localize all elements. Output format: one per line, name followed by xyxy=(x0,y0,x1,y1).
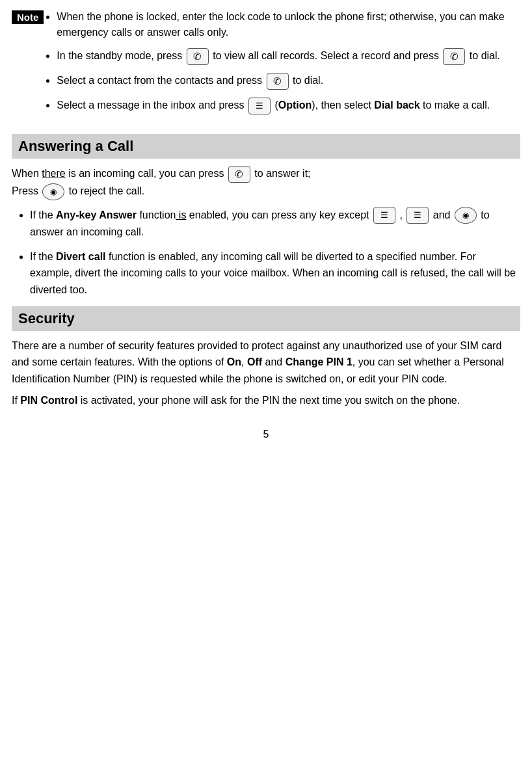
answering-intro-text-4: to reject the call. xyxy=(69,185,145,196)
bullet1-text1: If the xyxy=(30,209,56,220)
note-text-2a: In the standby mode, press xyxy=(57,50,185,61)
answering-bullet-2: If the Divert call function is enabled, … xyxy=(30,248,520,299)
bullet1-text2: function is enabled, you can press any k… xyxy=(137,209,372,220)
answering-bullets: If the Any-key Answer function is enable… xyxy=(12,207,520,299)
call-icon-2: ✆ xyxy=(443,48,465,65)
answering-header: Answering a Call xyxy=(12,134,520,159)
note-badge: Note xyxy=(12,10,44,24)
answering-bullet-1: If the Any-key Answer function is enable… xyxy=(30,207,520,241)
page-number: 5 xyxy=(12,429,520,440)
menu-icon-2: ☰ xyxy=(373,207,395,224)
call-icon-3: ✆ xyxy=(267,73,289,90)
call-icon-answer: ✆ xyxy=(228,166,250,183)
security-body: There are a number of security features … xyxy=(12,338,520,409)
security-on: On xyxy=(227,356,241,367)
answering-intro-text-2: to answer it; xyxy=(254,168,310,179)
security-para1: There are a number of security features … xyxy=(12,338,520,388)
menu-icon-3: ☰ xyxy=(406,207,429,224)
note-list: When the phone is locked, enter the lock… xyxy=(50,9,520,114)
answering-intro-text-1: When there is an incoming call, you can … xyxy=(12,168,227,179)
security-changepin: Change PIN 1 xyxy=(286,356,352,367)
note-item-1: When the phone is locked, enter the lock… xyxy=(57,9,520,40)
call-icon-1: ✆ xyxy=(187,48,209,65)
note-text-2c: to dial. xyxy=(470,50,500,61)
security-and: and xyxy=(262,356,286,367)
security-off: Off xyxy=(247,356,262,367)
security-text3: is activated, your phone will ask for th… xyxy=(77,395,460,406)
bullet2-bold: Divert call xyxy=(56,251,105,262)
end-icon-reject: ◉ xyxy=(42,183,64,200)
security-comma1: , xyxy=(241,356,247,367)
answering-body: When there is an incoming call, you can … xyxy=(12,165,520,200)
end-icon-2: ◉ xyxy=(455,207,477,224)
note-item-3: Select a contact from the contacts and p… xyxy=(57,73,520,90)
bullet1-comma1: , xyxy=(399,209,402,220)
answering-intro: When there is an incoming call, you can … xyxy=(12,165,520,200)
bullet1-bold: Any-key Answer xyxy=(56,209,137,220)
note-text-1: When the phone is locked, enter the lock… xyxy=(57,11,504,38)
note-section: Note When the phone is locked, enter the… xyxy=(12,9,520,122)
note-text-3a: Select a contact from the contacts and p… xyxy=(57,75,265,86)
answering-intro-text-3: Press xyxy=(12,185,41,196)
note-item-4: Select a message in the inbox and press … xyxy=(57,98,520,114)
menu-icon-1: ☰ xyxy=(248,98,271,114)
security-pincontrol: PIN Control xyxy=(20,395,77,406)
bullet2-text1: If the xyxy=(30,251,56,262)
note-content: When the phone is locked, enter the lock… xyxy=(50,9,520,122)
note-text-4a: Select a message in the inbox and press xyxy=(57,100,247,111)
security-header: Security xyxy=(12,306,520,331)
bullet1-and: and xyxy=(433,209,453,220)
note-text-4b: (Option), then select Dial back to make … xyxy=(274,100,490,111)
note-text-2b: to view all call records. Select a recor… xyxy=(213,50,442,61)
security-if: If xyxy=(12,395,20,406)
note-item-2: In the standby mode, press ✆ to view all… xyxy=(57,48,520,65)
security-para2: If PIN Control is activated, your phone … xyxy=(12,392,520,409)
note-text-3b: to dial. xyxy=(293,75,323,86)
